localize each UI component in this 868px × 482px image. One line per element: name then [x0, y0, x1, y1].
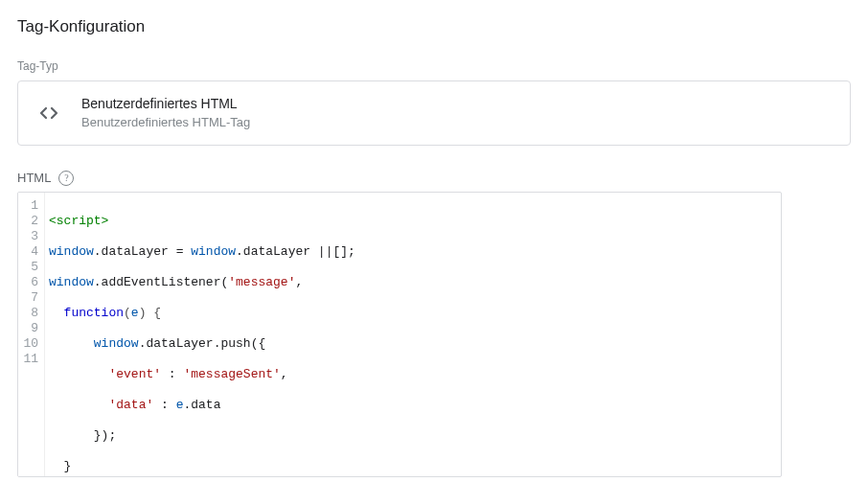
- code-gutter: 1 2 3 4 5 6 7 8 9 10 11: [18, 193, 45, 476]
- line-number: 10: [22, 336, 38, 352]
- line-number: 7: [22, 290, 38, 306]
- html-label-row: HTML ?: [17, 171, 851, 186]
- line-number: 9: [22, 321, 38, 336]
- help-icon[interactable]: ?: [58, 171, 74, 186]
- html-code-editor[interactable]: 1 2 3 4 5 6 7 8 9 10 11 <script> window.…: [17, 192, 782, 477]
- tag-type-texts: Benutzerdefiniertes HTML Benutzerdefinie…: [81, 95, 250, 131]
- tag-type-subtitle: Benutzerdefiniertes HTML-Tag: [81, 114, 250, 131]
- tag-type-label: Tag-Typ: [17, 59, 851, 73]
- line-number: 2: [22, 214, 38, 229]
- line-number: 3: [22, 229, 38, 244]
- line-number: 1: [22, 198, 38, 214]
- html-editor-label: HTML: [17, 171, 51, 185]
- line-number: 11: [22, 352, 38, 367]
- tag-type-title: Benutzerdefiniertes HTML: [81, 95, 250, 114]
- code-brackets-icon: [35, 100, 62, 126]
- section-title: Tag-Konfiguration: [17, 17, 851, 36]
- tag-type-selector[interactable]: Benutzerdefiniertes HTML Benutzerdefinie…: [17, 80, 851, 146]
- code-area[interactable]: <script> window.dataLayer = window.dataL…: [45, 193, 781, 476]
- line-number: 6: [22, 275, 38, 290]
- line-number: 8: [22, 306, 38, 321]
- line-number: 4: [22, 244, 38, 260]
- tag-config-panel: Tag-Konfiguration Tag-Typ Benutzerdefini…: [0, 0, 868, 477]
- line-number: 5: [22, 260, 38, 275]
